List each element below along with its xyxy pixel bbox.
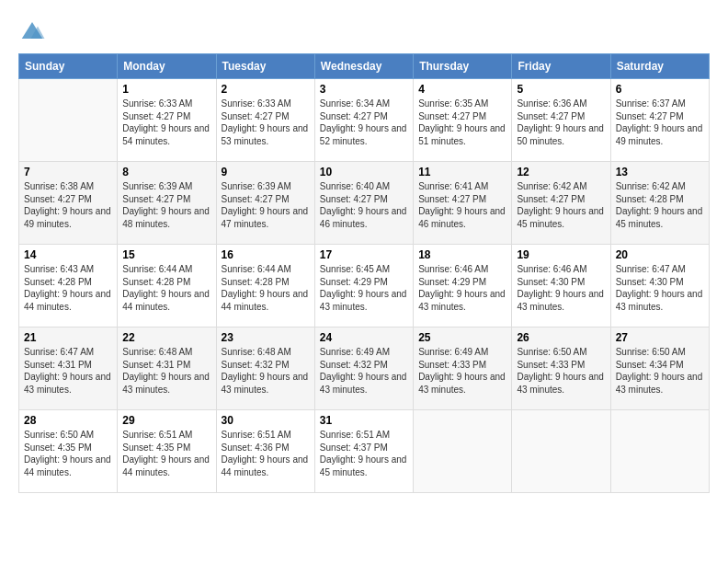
day-info: Sunrise: 6:41 AMSunset: 4:27 PMDaylight:… bbox=[418, 180, 506, 230]
day-info: Sunrise: 6:35 AMSunset: 4:27 PMDaylight:… bbox=[418, 98, 506, 147]
logo bbox=[18, 17, 50, 44]
day-info: Sunrise: 6:36 AMSunset: 4:27 PMDaylight:… bbox=[517, 98, 605, 147]
day-number: 29 bbox=[122, 414, 210, 427]
day-info: Sunrise: 6:50 AMSunset: 4:35 PMDaylight:… bbox=[24, 429, 112, 478]
calendar-cell: 21Sunrise: 6:47 AMSunset: 4:31 PMDayligh… bbox=[19, 327, 118, 410]
calendar-cell: 16Sunrise: 6:44 AMSunset: 4:28 PMDayligh… bbox=[216, 245, 314, 327]
day-info: Sunrise: 6:33 AMSunset: 4:27 PMDaylight:… bbox=[222, 98, 310, 147]
day-info: Sunrise: 6:40 AMSunset: 4:27 PMDaylight:… bbox=[320, 180, 408, 230]
weekday-header-row: SundayMondayTuesdayWednesdayThursdayFrid… bbox=[19, 54, 710, 79]
day-info: Sunrise: 6:48 AMSunset: 4:32 PMDaylight:… bbox=[222, 346, 310, 396]
day-info: Sunrise: 6:50 AMSunset: 4:33 PMDaylight:… bbox=[517, 346, 605, 396]
weekday-friday: Friday bbox=[512, 54, 610, 79]
weekday-tuesday: Tuesday bbox=[216, 54, 314, 79]
calendar-cell: 3Sunrise: 6:34 AMSunset: 4:27 PMDaylight… bbox=[314, 79, 413, 162]
page: SundayMondayTuesdayWednesdayThursdayFrid… bbox=[0, 0, 728, 563]
calendar-cell: 8Sunrise: 6:39 AMSunset: 4:27 PMDaylight… bbox=[118, 162, 216, 245]
calendar-cell bbox=[414, 410, 512, 493]
week-row-5: 28Sunrise: 6:50 AMSunset: 4:35 PMDayligh… bbox=[19, 410, 710, 493]
weekday-monday: Monday bbox=[118, 54, 216, 79]
weekday-saturday: Saturday bbox=[610, 54, 709, 79]
day-info: Sunrise: 6:39 AMSunset: 4:27 PMDaylight:… bbox=[222, 180, 310, 230]
calendar-cell: 2Sunrise: 6:33 AMSunset: 4:27 PMDaylight… bbox=[216, 79, 314, 162]
calendar-cell: 29Sunrise: 6:51 AMSunset: 4:35 PMDayligh… bbox=[118, 410, 216, 493]
day-number: 4 bbox=[418, 83, 506, 96]
day-info: Sunrise: 6:39 AMSunset: 4:27 PMDaylight:… bbox=[122, 180, 210, 230]
day-info: Sunrise: 6:47 AMSunset: 4:30 PMDaylight:… bbox=[616, 263, 704, 313]
calendar-cell bbox=[19, 79, 118, 162]
calendar-cell: 30Sunrise: 6:51 AMSunset: 4:36 PMDayligh… bbox=[216, 410, 314, 493]
day-info: Sunrise: 6:49 AMSunset: 4:33 PMDaylight:… bbox=[418, 346, 506, 396]
day-number: 22 bbox=[122, 331, 210, 344]
calendar-cell: 24Sunrise: 6:49 AMSunset: 4:32 PMDayligh… bbox=[314, 327, 413, 410]
weekday-wednesday: Wednesday bbox=[314, 54, 413, 79]
day-number: 20 bbox=[616, 248, 704, 261]
day-number: 28 bbox=[24, 414, 112, 427]
day-number: 6 bbox=[616, 83, 704, 96]
day-number: 31 bbox=[320, 414, 408, 427]
day-info: Sunrise: 6:46 AMSunset: 4:30 PMDaylight:… bbox=[517, 263, 605, 313]
calendar-cell: 26Sunrise: 6:50 AMSunset: 4:33 PMDayligh… bbox=[512, 327, 610, 410]
day-number: 5 bbox=[517, 83, 605, 96]
calendar-cell: 4Sunrise: 6:35 AMSunset: 4:27 PMDaylight… bbox=[414, 79, 512, 162]
day-number: 3 bbox=[320, 83, 408, 96]
calendar-cell: 15Sunrise: 6:44 AMSunset: 4:28 PMDayligh… bbox=[118, 245, 216, 327]
day-number: 21 bbox=[24, 331, 112, 344]
day-info: Sunrise: 6:38 AMSunset: 4:27 PMDaylight:… bbox=[24, 180, 112, 230]
calendar-cell: 31Sunrise: 6:51 AMSunset: 4:37 PMDayligh… bbox=[314, 410, 413, 493]
header bbox=[18, 17, 710, 44]
calendar-cell bbox=[610, 410, 709, 493]
day-info: Sunrise: 6:44 AMSunset: 4:28 PMDaylight:… bbox=[222, 263, 310, 313]
calendar-cell: 13Sunrise: 6:42 AMSunset: 4:28 PMDayligh… bbox=[610, 162, 709, 245]
day-info: Sunrise: 6:34 AMSunset: 4:27 PMDaylight:… bbox=[320, 98, 408, 147]
week-row-1: 1Sunrise: 6:33 AMSunset: 4:27 PMDaylight… bbox=[19, 79, 710, 162]
day-number: 27 bbox=[616, 331, 704, 344]
calendar-cell: 28Sunrise: 6:50 AMSunset: 4:35 PMDayligh… bbox=[19, 410, 118, 493]
calendar-table: SundayMondayTuesdayWednesdayThursdayFrid… bbox=[18, 53, 710, 493]
day-info: Sunrise: 6:33 AMSunset: 4:27 PMDaylight:… bbox=[122, 98, 210, 147]
day-info: Sunrise: 6:42 AMSunset: 4:27 PMDaylight:… bbox=[517, 180, 605, 230]
day-info: Sunrise: 6:45 AMSunset: 4:29 PMDaylight:… bbox=[320, 263, 408, 313]
day-number: 25 bbox=[418, 331, 506, 344]
day-number: 10 bbox=[320, 166, 408, 178]
calendar-cell: 6Sunrise: 6:37 AMSunset: 4:27 PMDaylight… bbox=[610, 79, 709, 162]
day-number: 1 bbox=[122, 83, 210, 96]
weekday-thursday: Thursday bbox=[414, 54, 512, 79]
day-number: 16 bbox=[222, 248, 310, 261]
calendar-cell: 19Sunrise: 6:46 AMSunset: 4:30 PMDayligh… bbox=[512, 245, 610, 327]
day-number: 18 bbox=[418, 248, 506, 261]
logo-icon bbox=[18, 17, 46, 44]
day-number: 26 bbox=[517, 331, 605, 344]
day-number: 24 bbox=[320, 331, 408, 344]
calendar-cell: 10Sunrise: 6:40 AMSunset: 4:27 PMDayligh… bbox=[314, 162, 413, 245]
day-number: 14 bbox=[24, 248, 112, 261]
calendar-cell: 5Sunrise: 6:36 AMSunset: 4:27 PMDaylight… bbox=[512, 79, 610, 162]
calendar-cell: 27Sunrise: 6:50 AMSunset: 4:34 PMDayligh… bbox=[610, 327, 709, 410]
day-info: Sunrise: 6:50 AMSunset: 4:34 PMDaylight:… bbox=[616, 346, 704, 396]
day-number: 15 bbox=[122, 248, 210, 261]
calendar-cell: 14Sunrise: 6:43 AMSunset: 4:28 PMDayligh… bbox=[19, 245, 118, 327]
day-info: Sunrise: 6:51 AMSunset: 4:37 PMDaylight:… bbox=[320, 429, 408, 478]
day-number: 19 bbox=[517, 248, 605, 261]
day-number: 7 bbox=[24, 166, 112, 178]
day-info: Sunrise: 6:37 AMSunset: 4:27 PMDaylight:… bbox=[616, 98, 704, 147]
calendar-cell: 20Sunrise: 6:47 AMSunset: 4:30 PMDayligh… bbox=[610, 245, 709, 327]
calendar-cell: 7Sunrise: 6:38 AMSunset: 4:27 PMDaylight… bbox=[19, 162, 118, 245]
day-number: 9 bbox=[222, 166, 310, 178]
calendar-cell bbox=[512, 410, 610, 493]
day-number: 13 bbox=[616, 166, 704, 178]
week-row-2: 7Sunrise: 6:38 AMSunset: 4:27 PMDaylight… bbox=[19, 162, 710, 245]
calendar-cell: 22Sunrise: 6:48 AMSunset: 4:31 PMDayligh… bbox=[118, 327, 216, 410]
calendar-cell: 9Sunrise: 6:39 AMSunset: 4:27 PMDaylight… bbox=[216, 162, 314, 245]
day-info: Sunrise: 6:46 AMSunset: 4:29 PMDaylight:… bbox=[418, 263, 506, 313]
day-number: 12 bbox=[517, 166, 605, 178]
week-row-3: 14Sunrise: 6:43 AMSunset: 4:28 PMDayligh… bbox=[19, 245, 710, 327]
calendar-cell: 1Sunrise: 6:33 AMSunset: 4:27 PMDaylight… bbox=[118, 79, 216, 162]
day-info: Sunrise: 6:48 AMSunset: 4:31 PMDaylight:… bbox=[122, 346, 210, 396]
day-info: Sunrise: 6:49 AMSunset: 4:32 PMDaylight:… bbox=[320, 346, 408, 396]
day-info: Sunrise: 6:51 AMSunset: 4:35 PMDaylight:… bbox=[122, 429, 210, 478]
day-info: Sunrise: 6:42 AMSunset: 4:28 PMDaylight:… bbox=[616, 180, 704, 230]
weekday-sunday: Sunday bbox=[19, 54, 118, 79]
day-number: 23 bbox=[222, 331, 310, 344]
day-number: 30 bbox=[222, 414, 310, 427]
